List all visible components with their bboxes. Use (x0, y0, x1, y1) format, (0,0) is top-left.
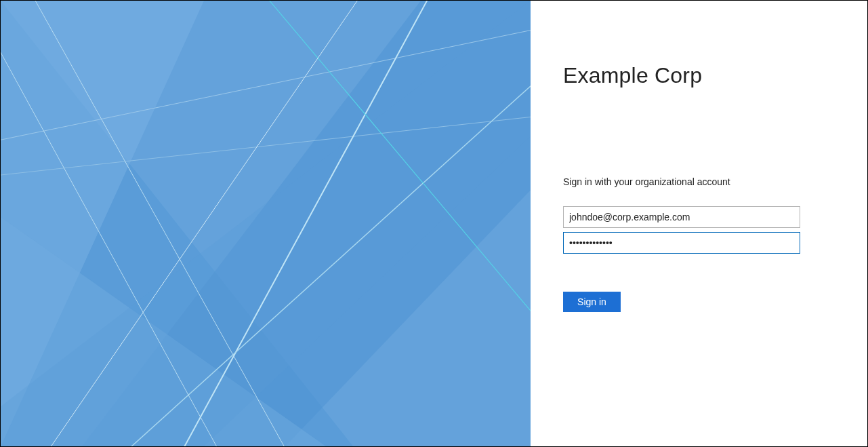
org-name: Example Corp (563, 63, 835, 88)
password-field[interactable] (563, 232, 800, 254)
signin-panel: Example Corp Sign in with your organizat… (531, 1, 867, 446)
adfs-illustration (1, 1, 531, 446)
signin-hint: Sign in with your organizational account (563, 176, 835, 187)
illustration-svg (1, 1, 531, 446)
username-field[interactable] (563, 206, 800, 228)
signin-button[interactable]: Sign in (563, 292, 621, 312)
